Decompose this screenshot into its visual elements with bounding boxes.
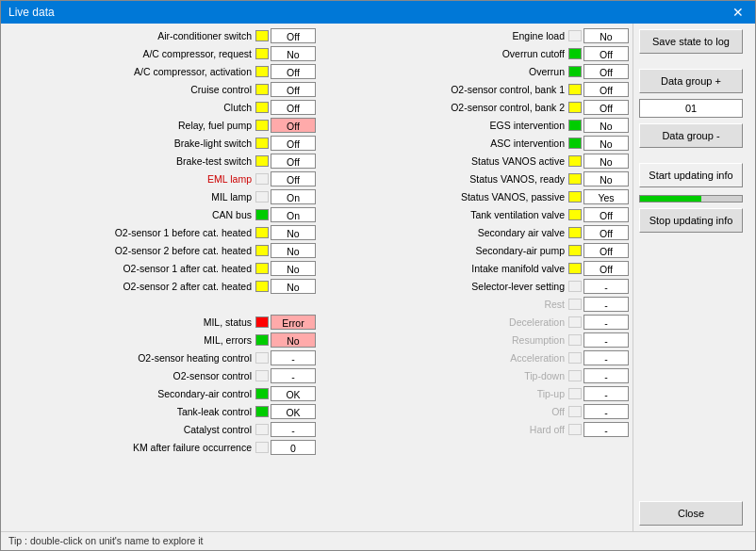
row-indicator <box>255 388 269 399</box>
row-value: No <box>271 243 316 258</box>
data-row: Brake-light switchOff <box>5 135 316 152</box>
row-indicator <box>255 155 269 167</box>
row-value: - <box>583 386 629 401</box>
data-grid: Air-conditioner switchOffA/C compressor,… <box>5 27 629 456</box>
data-row: ASC interventionNo <box>318 135 629 152</box>
start-updating-button[interactable]: Start updating info <box>639 163 743 187</box>
tip-text: Tip : double-click on unit's name to exp… <box>8 535 203 546</box>
window-title: Live data <box>8 6 55 19</box>
row-label: EML lamp <box>5 173 254 185</box>
data-row: A/C compressor, activationOff <box>5 63 316 80</box>
row-label: Relay, fuel pump <box>5 120 254 131</box>
data-row: MIL, statusError <box>5 314 316 331</box>
data-row: CAN busOn <box>5 206 316 223</box>
row-indicator <box>255 209 269 220</box>
row-label: O2-sensor 1 before cat. heated <box>5 227 254 238</box>
row-value: Off <box>271 154 316 169</box>
row-label: Secondary-air control <box>5 388 254 399</box>
row-indicator <box>255 334 269 346</box>
row-label: O2-sensor heating control <box>5 352 254 364</box>
row-indicator <box>255 406 269 417</box>
row-indicator <box>255 30 269 41</box>
data-row: KM after failure occurrence0 <box>5 439 316 456</box>
row-label: O2-sensor 2 before cat. heated <box>5 245 254 256</box>
data-row: O2-sensor heating control- <box>5 349 316 366</box>
row-value: Off <box>583 261 629 276</box>
row-indicator <box>568 30 582 41</box>
row-indicator <box>568 102 582 113</box>
data-row: O2-sensor control, bank 2Off <box>318 99 629 116</box>
save-state-button[interactable]: Save state to log <box>639 29 743 54</box>
row-label: Selector-lever setting <box>318 281 567 292</box>
row-label: Status VANOS active <box>318 155 567 167</box>
row-value: Off <box>583 225 629 240</box>
row-value: Off <box>583 64 629 79</box>
row-label: Secondary air valve <box>318 227 567 238</box>
close-window-button[interactable]: ✕ <box>729 5 748 20</box>
live-data-window: Live data ✕ Air-conditioner switchOffA/C… <box>0 0 756 551</box>
data-row: Tip-up- <box>318 385 629 402</box>
row-indicator <box>568 209 582 220</box>
data-group-plus-button[interactable]: Data group + <box>639 69 743 93</box>
data-row: O2-sensor 2 after cat. heatedNo <box>5 278 316 295</box>
row-value: 0 <box>271 440 316 455</box>
data-row: A/C compressor, requestNo <box>5 45 316 62</box>
row-value: Off <box>271 171 316 186</box>
row-label: A/C compressor, request <box>5 48 254 59</box>
row-indicator <box>255 102 269 113</box>
data-row: Overrun cutoffOff <box>318 45 629 62</box>
row-value: OK <box>271 386 316 401</box>
row-indicator <box>255 120 269 131</box>
data-row: ClutchOff <box>5 99 316 116</box>
data-panel: Air-conditioner switchOffA/C compressor,… <box>1 24 633 531</box>
row-label: Intake manifold valve <box>318 263 567 274</box>
row-value: - <box>583 404 629 419</box>
row-label: KM after failure occurrence <box>5 442 254 453</box>
row-indicator <box>568 299 582 310</box>
data-row: Air-conditioner switchOff <box>5 27 316 44</box>
row-value: Off <box>271 100 316 115</box>
row-label: Secondary-air pump <box>318 245 567 256</box>
data-row: Status VANOS, passiveYes <box>318 188 629 205</box>
row-value: No <box>271 279 316 294</box>
bottom-tip-bar: Tip : double-click on unit's name to exp… <box>1 531 755 550</box>
row-label: O2-sensor control, bank 2 <box>318 102 567 113</box>
row-value: No <box>271 46 316 61</box>
data-group-minus-button[interactable]: Data group - <box>639 123 743 148</box>
row-label: Status VANOS, ready <box>318 173 567 185</box>
row-label: MIL lamp <box>5 191 254 203</box>
data-row: Secondary-air controlOK <box>5 385 316 402</box>
data-row: Deceleration- <box>318 314 629 331</box>
close-button[interactable]: Close <box>639 501 743 526</box>
data-row: O2-sensor control, bank 1Off <box>318 81 629 98</box>
row-label: Off <box>318 406 567 417</box>
data-row: Acceleration- <box>318 349 629 366</box>
left-data-column: Air-conditioner switchOffA/C compressor,… <box>5 27 316 456</box>
row-label: Overrun <box>318 66 567 77</box>
row-label: Air-conditioner switch <box>5 30 254 41</box>
data-row: O2-sensor control- <box>5 367 316 384</box>
row-value: No <box>271 332 316 348</box>
row-indicator <box>568 191 582 203</box>
row-value: - <box>583 350 629 365</box>
row-indicator <box>568 227 582 238</box>
data-row: Cruise controlOff <box>5 81 316 98</box>
row-value: Off <box>271 82 316 97</box>
row-label: O2-sensor control <box>5 370 254 381</box>
row-value: Off <box>271 64 316 79</box>
row-label: Cruise control <box>5 84 254 95</box>
data-row: MIL lampOn <box>5 188 316 205</box>
row-indicator <box>255 191 269 203</box>
row-label: ASC intervention <box>318 138 567 149</box>
data-row: Secondary-air pumpOff <box>318 242 629 259</box>
row-indicator <box>255 138 269 149</box>
stop-updating-button[interactable]: Stop updating info <box>639 208 743 233</box>
row-value: - <box>583 332 629 348</box>
row-label: CAN bus <box>5 209 254 220</box>
data-row: Hard off- <box>318 421 629 438</box>
row-value: - <box>583 279 629 294</box>
progress-bar <box>640 196 701 202</box>
row-indicator <box>568 424 582 435</box>
row-value: No <box>583 118 629 133</box>
row-indicator <box>255 245 269 256</box>
